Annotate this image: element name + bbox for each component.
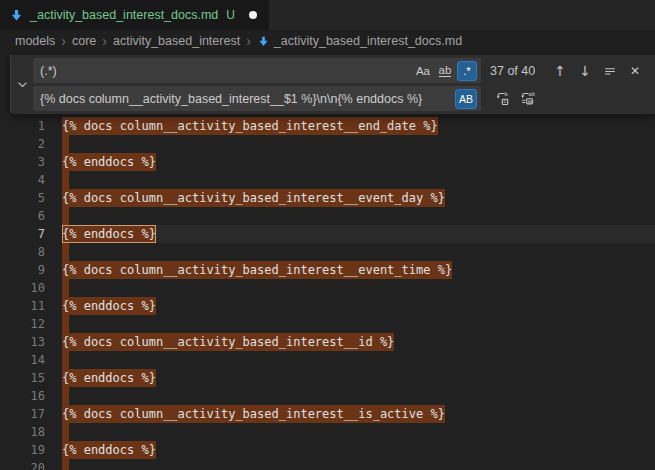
find-input[interactable]: (.*) Aa ab .*: [33, 58, 481, 83]
code-line[interactable]: 13{% docs column__activity_based_interes…: [0, 333, 655, 351]
find-match-highlight: [62, 243, 69, 261]
regex-button[interactable]: .*: [457, 61, 477, 81]
line-number[interactable]: 5: [0, 189, 45, 207]
find-in-selection-button[interactable]: [599, 60, 621, 82]
tab-active[interactable]: _activity_based_interest_docs.md U: [0, 0, 269, 30]
git-status-badge: U: [226, 8, 235, 22]
code-line[interactable]: 14: [0, 351, 655, 369]
line-text: [62, 135, 69, 153]
line-number[interactable]: 18: [0, 423, 45, 441]
line-text: [62, 171, 69, 189]
line-number[interactable]: 14: [0, 351, 45, 369]
next-match-button[interactable]: ↓: [574, 60, 596, 82]
breadcrumb-file-label: _activity_based_interest_docs.md: [274, 34, 462, 48]
current-find-match: {% enddocs %}: [62, 225, 156, 243]
breadcrumb-item-models[interactable]: models: [15, 34, 55, 48]
tab-title: _activity_based_interest_docs.md: [30, 8, 218, 22]
editor[interactable]: (.*) Aa ab .* 37 of 40 ↑ ↓: [0, 52, 655, 470]
line-number[interactable]: 17: [0, 405, 45, 423]
line-text: {% enddocs %}: [62, 297, 156, 315]
match-case-button[interactable]: Aa: [413, 61, 433, 81]
line-number[interactable]: 1: [0, 117, 45, 135]
replace-all-icon: ab ac: [519, 91, 535, 107]
line-text: [62, 459, 69, 470]
find-match-highlight: [62, 279, 69, 297]
line-text: [62, 351, 69, 369]
whole-word-button[interactable]: ab: [435, 61, 455, 81]
find-replace-widget: (.*) Aa ab .* 37 of 40 ↑ ↓: [10, 55, 655, 115]
code-line[interactable]: 20: [0, 459, 655, 470]
close-button[interactable]: ✕: [624, 60, 646, 82]
line-text: [62, 243, 69, 261]
find-match-highlight: [62, 135, 69, 153]
breadcrumb-item-core[interactable]: core: [72, 34, 96, 48]
code-line[interactable]: 19{% enddocs %}: [0, 441, 655, 459]
toggle-replace-button[interactable]: [11, 55, 33, 114]
find-match-highlight: [62, 423, 69, 441]
line-number[interactable]: 12: [0, 315, 45, 333]
line-number[interactable]: 9: [0, 261, 45, 279]
chevron-down-icon: [17, 79, 28, 90]
arrow-up-icon: ↑: [554, 63, 566, 79]
breadcrumb-item-file[interactable]: _activity_based_interest_docs.md: [257, 34, 462, 48]
code-line[interactable]: 3{% enddocs %}: [0, 153, 655, 171]
modified-dot-icon[interactable]: [249, 11, 257, 19]
line-number[interactable]: 3: [0, 153, 45, 171]
line-text: {% docs column__activity_based_interest_…: [62, 333, 394, 351]
replace-button[interactable]: b c: [491, 88, 513, 110]
code-line[interactable]: 4: [0, 171, 655, 189]
previous-match-button[interactable]: ↑: [549, 60, 571, 82]
line-number[interactable]: 10: [0, 279, 45, 297]
find-match-highlight: {% enddocs %}: [62, 297, 156, 315]
line-text: {% docs column__activity_based_interest_…: [62, 405, 445, 423]
find-match-highlight: {% docs column__activity_based_interest_…: [62, 333, 394, 351]
line-number[interactable]: 2: [0, 135, 45, 153]
find-input-value: (.*): [40, 64, 413, 78]
code-line[interactable]: 2: [0, 135, 655, 153]
code-line[interactable]: 5{% docs column__activity_based_interest…: [0, 189, 655, 207]
line-number[interactable]: 19: [0, 441, 45, 459]
replace-input[interactable]: {% docs column__activity_based_interest_…: [33, 86, 481, 111]
code-line[interactable]: 9{% docs column__activity_based_interest…: [0, 261, 655, 279]
code-line[interactable]: 11{% enddocs %}: [0, 297, 655, 315]
chevron-right-icon: ›: [59, 33, 68, 49]
code-line[interactable]: 7{% enddocs %}: [0, 225, 655, 243]
find-match-highlight: [62, 387, 69, 405]
code-line[interactable]: 17{% docs column__activity_based_interes…: [0, 405, 655, 423]
line-text: [62, 207, 69, 225]
line-number[interactable]: 20: [0, 459, 45, 470]
line-number[interactable]: 7: [0, 225, 45, 243]
line-number[interactable]: 16: [0, 387, 45, 405]
preserve-case-button[interactable]: AB: [455, 89, 477, 109]
find-results-count: 37 of 40: [490, 64, 546, 78]
code-line[interactable]: 1{% docs column__activity_based_interest…: [0, 117, 655, 135]
line-number[interactable]: 13: [0, 333, 45, 351]
code-line[interactable]: 16: [0, 387, 655, 405]
markdown-file-icon: [257, 35, 270, 48]
chevron-right-icon: ›: [100, 33, 109, 49]
line-number[interactable]: 15: [0, 369, 45, 387]
code-line[interactable]: 15{% enddocs %}: [0, 369, 655, 387]
find-row: (.*) Aa ab .* 37 of 40 ↑ ↓: [33, 58, 655, 83]
code-line[interactable]: 6: [0, 207, 655, 225]
line-text: {% docs column__activity_based_interest_…: [62, 189, 445, 207]
code-line[interactable]: 10: [0, 279, 655, 297]
line-number[interactable]: 4: [0, 171, 45, 189]
line-number[interactable]: 6: [0, 207, 45, 225]
find-match-highlight: {% docs column__activity_based_interest_…: [62, 261, 452, 279]
find-match-highlight: [62, 207, 69, 225]
replace-all-button[interactable]: ab ac: [516, 88, 538, 110]
find-match-highlight: {% docs column__activity_based_interest_…: [62, 189, 445, 207]
code-line[interactable]: 18: [0, 423, 655, 441]
line-number[interactable]: 11: [0, 297, 45, 315]
find-match-highlight: [62, 351, 69, 369]
selection-icon: [603, 64, 617, 78]
code-line[interactable]: 12: [0, 315, 655, 333]
arrow-down-icon: ↓: [579, 63, 591, 79]
line-text: [62, 279, 69, 297]
line-text: {% enddocs %}: [62, 369, 156, 387]
svg-text:ac: ac: [528, 97, 534, 103]
breadcrumb-item-folder[interactable]: activity_based_interest: [113, 34, 240, 48]
code-line[interactable]: 8: [0, 243, 655, 261]
line-number[interactable]: 8: [0, 243, 45, 261]
